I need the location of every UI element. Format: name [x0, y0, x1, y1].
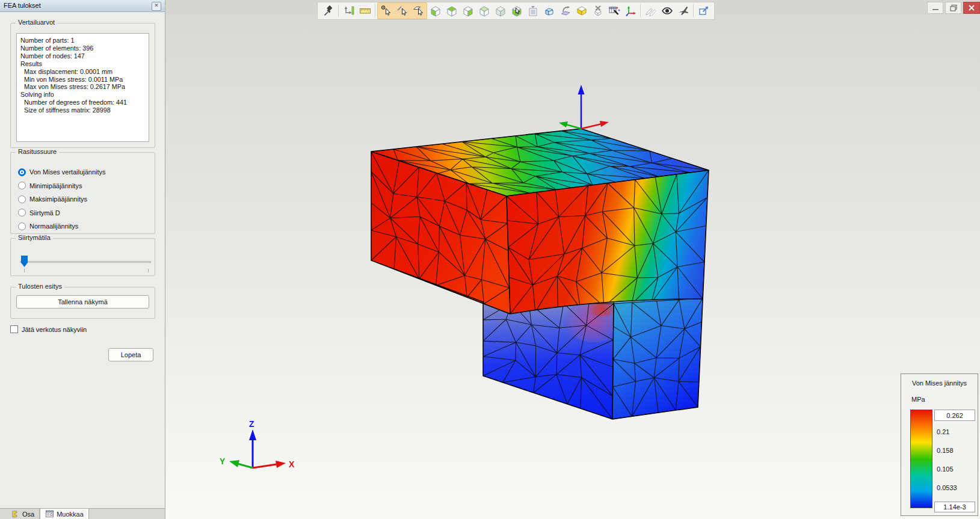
info-line: Max von Mises stress: 0.2617 MPa	[20, 83, 149, 91]
group-rasitussuure: Rasitussuure Von Mises vertailujännitysM…	[10, 152, 155, 234]
radio-option-2[interactable]: Minimipääjännitys	[18, 181, 82, 191]
coordinate-axes-button[interactable]	[622, 3, 638, 19]
sheet-bend-button[interactable]	[557, 3, 573, 19]
radio-unchecked-icon[interactable]	[18, 223, 26, 230]
view-back-cube-icon	[478, 5, 490, 17]
info-line: Number of parts: 1	[20, 37, 149, 45]
document-list-button[interactable]	[525, 3, 541, 19]
tab-muokkaa[interactable]: Muokkaa	[40, 509, 89, 519]
eye-button[interactable]	[659, 3, 675, 19]
select-point-cursor-button[interactable]	[378, 3, 394, 19]
ruler-icon	[359, 5, 371, 17]
section-box-icon	[576, 5, 588, 17]
displacement-slider-track[interactable]	[20, 261, 151, 263]
displacement-slider-thumb[interactable]	[21, 256, 28, 267]
zoom-fit-button[interactable]	[341, 3, 357, 19]
export-view-button[interactable]	[695, 3, 712, 19]
quit-button[interactable]: Lopeta	[108, 348, 153, 361]
edit-icon	[45, 509, 54, 518]
z-axis-label: Z	[249, 419, 254, 429]
part-icon	[11, 509, 20, 518]
main-toolbar	[317, 2, 715, 20]
shaded-view-cube-icon	[495, 5, 507, 17]
fea-results-panel: FEA tulokset ✕ Vertailuarvot Number of p…	[0, 0, 165, 519]
info-line: Number of nodes: 147	[20, 52, 149, 60]
tab-label: Muokkaa	[57, 511, 84, 518]
panel-title: FEA tulokset	[4, 2, 41, 9]
radio-checked-icon[interactable]	[18, 168, 26, 176]
close-icon	[968, 4, 975, 11]
restore-icon	[949, 4, 958, 12]
view-front-cube-icon	[430, 5, 442, 17]
radio-unchecked-icon[interactable]	[18, 195, 26, 203]
view-front-cube-button[interactable]	[427, 3, 443, 19]
radio-option-4[interactable]: Siirtymä D	[18, 208, 60, 218]
close-button[interactable]	[963, 2, 980, 14]
legend-tick-value: 0.21	[937, 428, 949, 435]
pin-button[interactable]	[320, 3, 336, 19]
group-siirtymatila: Siirtymätila	[10, 238, 155, 276]
group-label: Rasitussuure	[16, 148, 59, 155]
draft-pencils-icon	[645, 5, 657, 17]
origin-triad	[559, 85, 609, 129]
draft-pencils-button[interactable]	[643, 3, 659, 19]
shaded-view-cube-button[interactable]	[492, 3, 508, 19]
highlighted-select-group	[377, 2, 427, 19]
select-edge-cursor-button[interactable]	[394, 3, 410, 19]
toolbar-separator	[693, 4, 694, 17]
delete-feature-button[interactable]	[590, 3, 606, 19]
keep-mesh-checkbox[interactable]	[10, 325, 18, 333]
sheet-bend-icon	[559, 5, 572, 17]
tab-osa[interactable]: Osa	[6, 509, 40, 519]
view-left-cube-button[interactable]	[460, 3, 476, 19]
radio-option-5[interactable]: Normaalijännitys	[18, 221, 78, 231]
minimize-icon	[931, 4, 940, 12]
radio-option-3[interactable]: Maksimipääjännitys	[18, 194, 87, 204]
legend-title: Von Mises jännitys	[901, 379, 978, 387]
model-lower-block[interactable]	[483, 297, 703, 419]
table-wand-icon	[608, 5, 620, 17]
view-top-cube-icon	[446, 5, 458, 17]
section-box-button[interactable]	[573, 3, 590, 19]
select-face-cursor-button[interactable]	[410, 3, 427, 19]
eye-icon	[661, 5, 673, 17]
radio-label: Siirtymä D	[29, 209, 60, 217]
extrude-model-button[interactable]	[541, 3, 557, 19]
world-triad: Z Y X	[220, 419, 295, 469]
x-axis-label: X	[289, 459, 295, 469]
panel-close-button[interactable]: ✕	[152, 2, 161, 11]
fea-model-scene[interactable]: Z Y X	[165, 15, 980, 519]
save-view-button[interactable]: Tallenna näkymä	[16, 295, 149, 309]
group-tulosten-esitys: Tulosten esitys Tallenna näkymä	[10, 287, 155, 319]
ruler-button[interactable]	[357, 3, 373, 19]
airplane-button[interactable]	[675, 3, 691, 19]
info-line: Min von Mises stress: 0.0011 MPa	[20, 76, 149, 84]
legend-max-input[interactable]: 0.262	[934, 410, 975, 421]
info-line: Number of degrees of freedom: 441	[20, 99, 149, 106]
view-back-cube-button[interactable]	[476, 3, 492, 19]
keep-mesh-checkbox-row[interactable]: Jätä verkotus näkyviin	[10, 325, 87, 333]
radio-label: Normaalijännitys	[29, 223, 78, 230]
airplane-icon	[677, 5, 689, 17]
group-vertailuarvot: Vertailuarvot Number of parts: 1Number o…	[10, 23, 155, 148]
keep-mesh-label: Jätä verkotus näkyviin	[22, 326, 87, 333]
pin-icon	[322, 5, 334, 17]
view-top-cube-button[interactable]	[443, 3, 460, 19]
minimize-button[interactable]	[927, 2, 943, 14]
model-upper-block[interactable]	[371, 129, 709, 314]
table-wand-button[interactable]	[606, 3, 622, 19]
radio-unchecked-icon[interactable]	[18, 209, 26, 217]
rotate-view-cube-button[interactable]	[508, 3, 525, 19]
radio-label: Minimipääjännitys	[29, 182, 82, 189]
group-label: Tulosten esitys	[16, 283, 64, 290]
group-label: Vertailuarvot	[16, 19, 57, 26]
radio-option-1[interactable]: Von Mises vertailujännitys	[18, 167, 106, 177]
toolbar-separator	[338, 4, 339, 17]
select-point-cursor-icon	[380, 5, 392, 17]
legend-min-input[interactable]: 1.14e-3	[934, 502, 975, 512]
panel-titlebar[interactable]: FEA tulokset ✕	[0, 0, 165, 12]
tab-label: Osa	[22, 511, 34, 518]
radio-unchecked-icon[interactable]	[18, 182, 26, 189]
radio-label: Maksimipääjännitys	[29, 195, 87, 203]
maximize-button[interactable]	[945, 2, 961, 14]
